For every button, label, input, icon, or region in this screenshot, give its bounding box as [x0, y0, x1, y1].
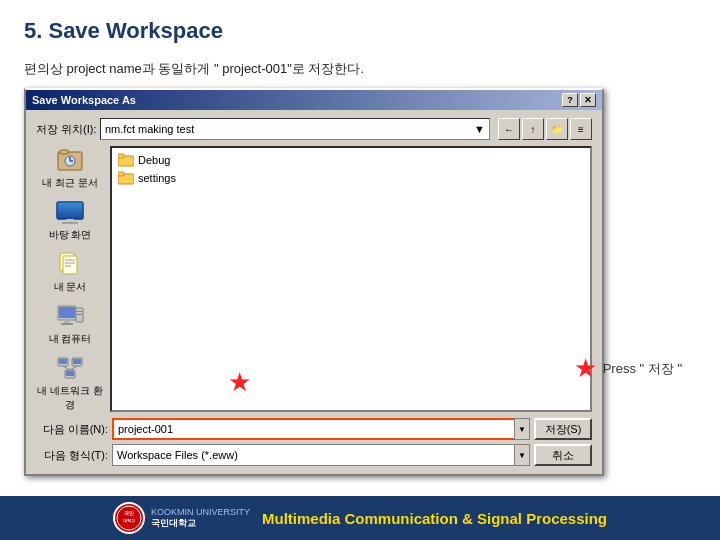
back-button[interactable]: ← [498, 118, 520, 140]
folder-icon-debug [118, 153, 134, 167]
debug-folder-label: Debug [138, 154, 170, 166]
new-folder-button[interactable]: 📁 [546, 118, 568, 140]
svg-rect-10 [63, 256, 77, 274]
svg-text:대학교: 대학교 [123, 518, 135, 523]
svg-rect-32 [118, 172, 124, 176]
filename-row: 다음 이름(N): ▼ 저장(S) [36, 418, 592, 440]
save-workspace-dialog: Save Workspace As ? ✕ 저장 위치(I): nm.fct m… [24, 88, 604, 476]
titlebar-buttons: ? ✕ [562, 93, 596, 107]
svg-text:국민: 국민 [124, 510, 134, 516]
header-area: 5. Save Workspace [0, 0, 720, 54]
svg-rect-30 [118, 154, 124, 158]
svg-rect-15 [59, 307, 75, 318]
sidebar-item-computer[interactable]: 내 컴퓨터 [49, 302, 92, 346]
file-item-settings[interactable]: settings [116, 170, 586, 186]
sidebar-item-recent[interactable]: 내 최근 문서 [42, 146, 98, 190]
footer-bar: 국민 대학교 KOOKMIN UNIVERSITY 국민대학교 Multimed… [0, 496, 720, 540]
footer-title: Multimedia Communication & Signal Proces… [262, 510, 607, 527]
toolbar-icons: ← ↑ 📁 ≡ [498, 118, 592, 140]
svg-rect-8 [62, 222, 78, 224]
logo-circle: 국민 대학교 [113, 502, 145, 534]
save-button[interactable]: 저장(S) [534, 418, 592, 440]
footer-logo: 국민 대학교 KOOKMIN UNIVERSITY 국민대학교 [113, 502, 250, 534]
filetype-input[interactable] [112, 444, 514, 466]
location-dropdown-arrow: ▼ [474, 123, 485, 135]
recent-icon [54, 146, 86, 174]
network-icon [54, 354, 86, 382]
filename-input[interactable] [112, 418, 514, 440]
logo-text-block: KOOKMIN UNIVERSITY 국민대학교 [151, 507, 250, 530]
dialog-body: 저장 위치(I): nm.fct making test ▼ ← ↑ 📁 ≡ [26, 110, 602, 474]
dialog-wrapper: Save Workspace As ? ✕ 저장 위치(I): nm.fct m… [0, 84, 720, 496]
sidebar-item-network[interactable]: 내 네트워크 환경 [36, 354, 104, 412]
dialog-titlebar: Save Workspace As ? ✕ [26, 90, 602, 110]
svg-rect-16 [64, 320, 70, 323]
annotation-star-right: ★ [574, 353, 597, 384]
location-label: 저장 위치(I): [36, 122, 96, 137]
svg-rect-22 [59, 359, 67, 364]
annotation-right: ★ Press " 저장 " [574, 353, 682, 384]
view-button[interactable]: ≡ [570, 118, 592, 140]
filetype-dropdown-arrow[interactable]: ▼ [514, 444, 530, 466]
main-row: 내 최근 문서 [36, 146, 592, 412]
sidebar-label-documents: 내 문서 [54, 280, 87, 294]
computer-icon [54, 302, 86, 330]
logo-korean: KOOKMIN UNIVERSITY [151, 507, 250, 517]
sidebar-label-recent: 내 최근 문서 [42, 176, 98, 190]
svg-rect-17 [61, 323, 73, 325]
university-logo-svg: 국민 대학교 [116, 505, 142, 531]
dialog-title: Save Workspace As [32, 94, 136, 106]
cancel-button[interactable]: 취소 [534, 444, 592, 466]
help-button[interactable]: ? [562, 93, 578, 107]
desktop-icon [54, 198, 86, 226]
annotation-text: Press " 저장 " [603, 360, 682, 378]
annotation-left: ★ [228, 367, 251, 398]
svg-rect-7 [66, 219, 74, 222]
sidebar-panel: 내 최근 문서 [36, 146, 104, 412]
sidebar-label-computer: 내 컴퓨터 [49, 332, 92, 346]
filename-label: 다음 이름(N): [36, 422, 108, 437]
svg-rect-1 [60, 150, 68, 154]
sidebar-label-desktop: 바탕 화면 [49, 228, 92, 242]
svg-line-27 [63, 366, 70, 370]
bottom-rows: 다음 이름(N): ▼ 저장(S) 다음 형식(T): ▼ [36, 418, 592, 466]
close-button[interactable]: ✕ [580, 93, 596, 107]
svg-rect-20 [77, 314, 82, 315]
filetype-combo: ▼ [112, 444, 530, 466]
sidebar-item-documents[interactable]: 내 문서 [54, 250, 87, 294]
subtitle-text: 편의상 project name과 동일하게 " project-001"로 저… [24, 60, 696, 78]
location-value: nm.fct making test [105, 123, 194, 135]
folder-icon-settings [118, 171, 134, 185]
svg-rect-19 [77, 311, 82, 312]
page-title: 5. Save Workspace [24, 18, 696, 44]
up-button[interactable]: ↑ [522, 118, 544, 140]
filetype-row: 다음 형식(T): ▼ 취소 [36, 444, 592, 466]
page-container: 5. Save Workspace 편의상 project name과 동일하게… [0, 0, 720, 540]
content-area: 편의상 project name과 동일하게 " project-001"로 저… [0, 54, 720, 84]
documents-icon [54, 250, 86, 278]
settings-folder-label: settings [138, 172, 176, 184]
filetype-label: 다음 형식(T): [36, 448, 108, 463]
location-dropdown[interactable]: nm.fct making test ▼ [100, 118, 490, 140]
annotation-star-left: ★ [228, 367, 251, 397]
filename-combo: ▼ [112, 418, 530, 440]
sidebar-item-desktop[interactable]: 바탕 화면 [49, 198, 92, 242]
file-item-debug[interactable]: Debug [116, 152, 586, 168]
sidebar-label-network: 내 네트워크 환경 [36, 384, 104, 412]
svg-rect-6 [57, 202, 83, 219]
svg-rect-26 [66, 371, 74, 376]
filename-dropdown-arrow[interactable]: ▼ [514, 418, 530, 440]
svg-line-28 [70, 366, 77, 370]
location-row: 저장 위치(I): nm.fct making test ▼ ← ↑ 📁 ≡ [36, 118, 592, 140]
logo-university: 국민대학교 [151, 517, 250, 530]
file-list-area[interactable]: Debug settings [110, 146, 592, 412]
svg-rect-24 [73, 359, 81, 364]
